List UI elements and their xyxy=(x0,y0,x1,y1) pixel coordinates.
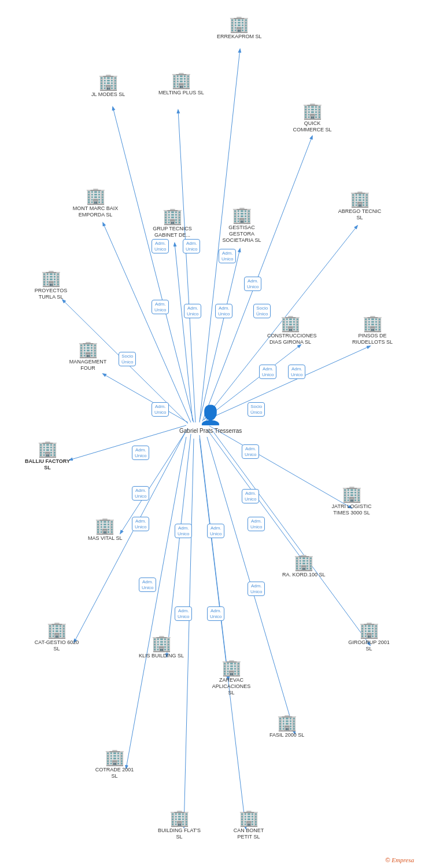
svg-line-2 xyxy=(178,110,195,422)
node-label: ZAREVAC APLICACIONES SL xyxy=(208,677,254,696)
node-label: GRUP TECNICS GABINET DE... xyxy=(149,226,195,238)
badge-adm-20: Adm.Unico xyxy=(248,582,265,596)
badge-adm-5: Adm.Unico xyxy=(152,300,169,314)
node-label: GESTISAC GESTORA SOCIETARIA SL xyxy=(219,225,265,243)
badge-socio-1: SocioÚnico xyxy=(253,304,271,318)
node-label: MELTING PLUS SL xyxy=(158,90,204,96)
building-icon: 🏢 xyxy=(86,188,106,204)
node-label: ABREGO TECNIC SL xyxy=(337,208,383,221)
svg-line-11 xyxy=(103,374,188,422)
badge-adm-12: Adm.Unico xyxy=(242,444,259,459)
building-icon: 🏢 xyxy=(105,749,125,766)
node-masvital: 🏢 MAS VITAL SL xyxy=(88,518,123,542)
badge-adm-9: Adm.Unico xyxy=(288,365,305,379)
badge-socio-2: SocioÚnico xyxy=(119,352,136,366)
building-icon: 🏢 xyxy=(359,622,379,638)
svg-line-6 xyxy=(200,249,240,421)
node-label: MONT MARC BAIX EMPORDA SL xyxy=(72,205,119,218)
building-icon: 🏢 xyxy=(78,341,98,358)
node-label: GIROGRUP 2001 SL xyxy=(346,639,392,652)
node-label: ERREKAPROM SL xyxy=(217,34,262,40)
node-label: BALLIU FACTORY SL xyxy=(24,458,71,471)
building-icon: 🏢 xyxy=(302,103,323,119)
node-melting: 🏢 MELTING PLUS SL xyxy=(158,72,204,96)
node-pinsos: 🏢 PINSOS DE RIUDELLOTS SL xyxy=(349,315,396,345)
badge-adm-15: Adm.Unico xyxy=(132,517,149,531)
svg-line-19 xyxy=(213,431,370,645)
node-label: BUILDING FLAT'S SL xyxy=(156,827,202,840)
node-gestisac: 🏢 GESTISAC GESTORA SOCIETARIA SL xyxy=(219,207,265,243)
center-label: Gabriel Prats Tresserras xyxy=(179,427,242,435)
node-fasil: 🏢 FASIL 2000 SL xyxy=(269,715,304,738)
node-quickcommerce: 🏢 QUICK COMMERCE SL xyxy=(289,103,335,133)
badge-adm-4: Adm.Unico xyxy=(244,277,261,291)
node-errekaprom: 🏢 ERREKAPROM SL xyxy=(217,16,262,40)
building-icon: 🏢 xyxy=(98,74,119,90)
brand-name: Empresa xyxy=(392,856,414,863)
badge-adm-1: Adm.Unico xyxy=(152,239,169,253)
badge-adm-19: Adm.Unico xyxy=(139,578,156,592)
node-label: JATRI LOGISTIC TIMES 3000 SL xyxy=(328,503,375,516)
node-construciones: 🏢 CONSTRUCCIONES DIAS GIRONA SL xyxy=(267,315,313,345)
badge-adm-17: Adm.Unico xyxy=(207,524,224,538)
node-buildingflats: 🏢 BUILDING FLAT'S SL xyxy=(156,810,202,840)
node-girogrup: 🏢 GIROGRUP 2001 SL xyxy=(346,622,392,652)
svg-line-12 xyxy=(69,425,186,460)
building-icon: 🏢 xyxy=(232,207,252,223)
node-abrego: 🏢 ABREGO TECNIC SL xyxy=(337,191,383,221)
node-label: CAN BONET PETIT SL xyxy=(226,827,272,840)
node-zarevac: 🏢 ZAREVAC APLICACIONES SL xyxy=(208,660,254,696)
node-label: QUICK COMMERCE SL xyxy=(289,120,335,133)
building-icon: 🏢 xyxy=(277,715,297,731)
node-proyectos: 🏢 PROYECTOS TURLA SL xyxy=(28,270,74,300)
badge-adm-18: Adm.Unico xyxy=(248,517,265,531)
node-catgestio: 🏢 CAT-GESTIO 6020 SL xyxy=(34,622,80,652)
svg-line-5 xyxy=(175,243,193,421)
building-icon: 🏢 xyxy=(350,191,370,207)
badge-adm-8: Adm.Unico xyxy=(259,365,276,379)
badge-adm-14: Adm.Unico xyxy=(132,486,149,501)
building-icon: 🏢 xyxy=(171,72,191,89)
svg-line-17 xyxy=(167,434,191,657)
badge-adm-10: Adm.Unico xyxy=(152,402,169,417)
node-label: PINSOS DE RIUDELLOTS SL xyxy=(349,333,396,345)
node-gruptecnics: 🏢 GRUP TECNICS GABINET DE... xyxy=(149,208,195,238)
person-icon: 👤 xyxy=(199,404,222,426)
building-icon: 🏢 xyxy=(95,518,115,534)
center-person: 👤 Gabriel Prats Tresserras xyxy=(179,404,242,435)
svg-line-18 xyxy=(200,435,228,680)
building-icon: 🏢 xyxy=(280,315,301,332)
building-icon: 🏢 xyxy=(239,810,259,826)
node-management: 🏢 MANAGEMENT FOUR xyxy=(65,341,111,372)
node-montmarc: 🏢 MONT MARC BAIX EMPORDA SL xyxy=(72,188,119,218)
badge-adm-11: Adm.Unico xyxy=(132,446,149,460)
svg-line-23 xyxy=(200,439,246,829)
svg-line-22 xyxy=(184,439,194,827)
node-label: MANAGEMENT FOUR xyxy=(65,359,111,372)
node-klis: 🏢 KLIS BUILDING SL xyxy=(139,635,184,659)
node-label: PROYECTOS TURLA SL xyxy=(28,288,74,300)
node-label: JL MODES SL xyxy=(91,91,125,98)
svg-line-1 xyxy=(113,107,194,422)
badge-adm-13: Adm.Unico xyxy=(242,489,259,503)
node-label: MAS VITAL SL xyxy=(88,535,123,542)
svg-line-13 xyxy=(120,428,188,534)
node-label: COTRADE 2001 SL xyxy=(91,767,138,779)
svg-line-4 xyxy=(103,223,191,422)
building-icon: 🏢 xyxy=(169,810,190,826)
node-label: RA. KORD.100 SL xyxy=(282,572,326,578)
node-rakord: 🏢 RA. KORD.100 SL xyxy=(282,554,326,578)
node-jlmodes: 🏢 JL MODES SL xyxy=(91,74,125,98)
badge-adm-3: Adm.Unico xyxy=(219,249,236,263)
node-jatri: 🏢 JATRI LOGISTIC TIMES 3000 SL xyxy=(328,486,375,516)
building-icon-orange: 🏢 xyxy=(38,441,58,457)
badge-adm-21: Adm.Unico xyxy=(175,606,192,621)
building-icon: 🏢 xyxy=(294,554,314,571)
badge-adm-2: Adm.Unico xyxy=(183,239,200,253)
badge-adm-22: Adm.Unico xyxy=(207,606,224,621)
building-icon: 🏢 xyxy=(152,635,172,652)
building-icon: 🏢 xyxy=(363,315,383,332)
footer: © Empresa xyxy=(385,856,414,863)
node-cotrade: 🏢 COTRADE 2001 SL xyxy=(91,749,138,779)
building-icon: 🏢 xyxy=(47,622,67,638)
